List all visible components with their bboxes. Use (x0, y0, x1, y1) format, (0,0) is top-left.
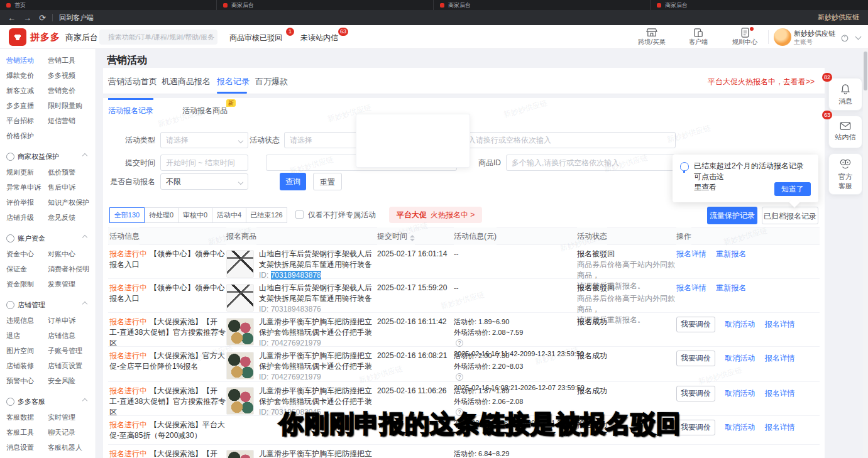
info-icon[interactable]: ? (456, 339, 463, 347)
browser-tab[interactable]: 商家后台 (434, 0, 651, 10)
sidebar-item[interactable]: 知识产权保护 (48, 198, 89, 207)
bookmark-back-to-client[interactable]: 回到客户端 (59, 13, 94, 23)
browser-tab[interactable]: 商家后台 (651, 0, 867, 10)
sidebar-item[interactable]: 客服数据 (6, 413, 48, 422)
messages-widget[interactable]: 消息 (828, 78, 862, 111)
sidebar-item[interactable]: 聊天记录 (48, 428, 89, 437)
sidebar-item[interactable]: 订单申诉 (48, 316, 89, 325)
rule-center-entry[interactable]: 规则中心 (728, 27, 761, 46)
archived-records-button[interactable]: 已归档报名记录 (762, 207, 818, 224)
sidebar-item[interactable]: 多多直播 (6, 101, 48, 111)
sidebar-item[interactable]: 安全风险 (48, 376, 89, 386)
sidebar-item[interactable]: 爆款竞价 (6, 71, 48, 80)
sidebar-item[interactable]: 发票管理 (48, 280, 89, 289)
page-scrollbar[interactable] (863, 49, 868, 458)
product-name[interactable]: 儿童滑步平衡车护胸车把防撞把立保护套饰熊猫玩偶卡通公仔把手装 (259, 317, 377, 338)
segment-active[interactable]: 活动中4 (212, 207, 246, 223)
adjust-price-button[interactable]: 我要调价 (676, 351, 715, 366)
info-icon[interactable]: ? (456, 408, 463, 416)
subtab-activity-goods[interactable]: 活动报名商品 (182, 106, 228, 116)
tab-registration-records[interactable]: 报名记录 (217, 76, 250, 87)
adjust-price-button[interactable]: 我要调价 (676, 420, 715, 435)
sidebar-item[interactable]: 资金中心 (6, 249, 48, 259)
adjust-price-button[interactable]: 我要调价 (676, 317, 715, 332)
query-button[interactable]: 查询 (280, 173, 306, 190)
segment-all[interactable]: 全部130 (109, 207, 145, 223)
segment-ended[interactable]: 已结束126 (246, 207, 287, 223)
sidebar-item[interactable]: 营销工具 (48, 56, 89, 65)
official-service-widget[interactable]: 官方 客服 (828, 153, 862, 195)
sidebar-item[interactable]: 子账号管理 (48, 346, 89, 356)
logout-power-icon[interactable] (840, 33, 849, 42)
sidebar-item[interactable]: 店铺信息 (48, 331, 89, 341)
sidebar-item[interactable]: 对账中心 (48, 249, 89, 259)
product-name[interactable]: 儿童滑步平衡车护胸车把防撞把立保护套饰熊猫玩偶卡通公仔把手装 (259, 351, 377, 372)
client-app-entry[interactable]: 客户端 (682, 27, 715, 46)
submit-time-range-input[interactable]: 开始时间 ~ 结束时间 (160, 155, 248, 171)
sidebar-item[interactable]: 营销活动 (6, 56, 48, 65)
reset-button[interactable]: 重置 (313, 173, 342, 190)
browser-profile-label[interactable]: 新妙妙供应链 (818, 13, 859, 22)
operation-link[interactable]: 报名详情 (765, 354, 795, 363)
segment-pending[interactable]: 待处理0 (144, 207, 179, 223)
tab-million-bestsellers[interactable]: 百万爆款 (255, 76, 288, 87)
sidebar-item[interactable]: 预警中心 (6, 376, 48, 386)
sidebar-item[interactable]: 退店 (6, 331, 48, 341)
sidebar-item[interactable]: 实时管理 (48, 413, 89, 422)
audit-rejected-link[interactable]: 商品审核已驳回 (229, 33, 282, 43)
segment-reviewing[interactable]: 审核中0 (178, 207, 212, 223)
sidebar-item[interactable]: 店铺装修 (6, 361, 48, 371)
open-dropdown-panel[interactable] (356, 114, 470, 168)
operation-link[interactable]: 报名详情 (765, 320, 795, 329)
sidebar-item[interactable]: 违规信息 (6, 316, 48, 325)
product-name[interactable]: 山地自行车后货架钢行李架载人后支架快拆尾架后车筐通用骑行装备 (259, 249, 377, 270)
tab-marketing-home[interactable]: 营销活动首页 (108, 76, 157, 87)
unread-mail-link[interactable]: 未读站内信 (300, 33, 338, 43)
operation-link[interactable]: 重新报名 (716, 249, 746, 258)
operation-link[interactable]: 取消活动 (725, 389, 755, 398)
exclusive-filter-checkbox[interactable] (295, 210, 304, 219)
operation-link[interactable]: 报名详情 (676, 249, 706, 258)
product-name[interactable]: 儿童滑步平衡车护胸车把防撞把立保护套饰熊猫玩偶卡通公仔把手装 (259, 449, 377, 458)
sidebar-item[interactable]: 售后申诉 (48, 183, 89, 192)
product-thumbnail[interactable] (226, 352, 254, 379)
site-mail-widget[interactable]: 站内信 (828, 116, 862, 148)
sidebar-item[interactable]: 低价预警 (48, 168, 89, 177)
reload-icon[interactable]: ⟳ (39, 13, 46, 23)
promo-campaign-link[interactable]: 平台大促火热报名中，去看看>> (708, 77, 815, 87)
sidebar-item[interactable]: 异常单申诉 (6, 183, 48, 192)
global-search-input[interactable]: 搜索功能/订单/课程/规则/帮助/服务 (99, 30, 217, 45)
back-icon[interactable]: ← (8, 13, 16, 23)
adjust-price-button[interactable]: 我要调价 (676, 386, 715, 401)
activity-id-input[interactable]: 多个输入请换行或空格依次输入 (440, 132, 676, 148)
sidebar-item[interactable]: 客服机器人 (48, 443, 89, 452)
info-icon[interactable]: ? (456, 373, 463, 381)
sidebar-section-header[interactable]: 多多客服 (6, 393, 96, 410)
product-thumbnail[interactable] (226, 284, 254, 312)
sidebar-item[interactable]: 意见反馈 (48, 213, 89, 222)
sidebar-item[interactable]: 客服工具 (6, 428, 48, 437)
sort-icon[interactable] (410, 232, 415, 239)
operation-link[interactable]: 报名详情 (765, 423, 795, 432)
product-name[interactable]: 山地自行车后货架钢行李架载人后支架快拆尾架后车筐通用骑行装备 (259, 283, 377, 304)
sidebar-item[interactable]: 价格保护 (6, 131, 48, 141)
big-promo-pill[interactable]: 平台大促火热报名中 > (389, 207, 482, 223)
sidebar-item[interactable]: 消费者补偿明细 (48, 264, 89, 274)
sidebar-section-header[interactable]: 账户资金 (6, 230, 96, 246)
sidebar-item[interactable]: 店铺升级 (6, 213, 48, 222)
sidebar-item[interactable]: 评价举报 (6, 198, 48, 207)
product-thumbnail[interactable] (226, 250, 254, 278)
sidebar-item[interactable]: 图片空间 (6, 346, 48, 356)
operation-link[interactable]: 取消活动 (725, 354, 755, 363)
sidebar-item[interactable]: 多多视频 (48, 71, 89, 80)
sidebar-item[interactable]: 规则更新 (6, 168, 48, 177)
sidebar-item[interactable]: 资金限制 (6, 280, 48, 289)
operation-link[interactable]: 报名详情 (676, 283, 706, 292)
product-thumbnail[interactable] (226, 318, 254, 346)
sidebar-item[interactable]: 新客立减 (6, 86, 48, 95)
sidebar-item[interactable]: 营销竞价 (48, 86, 89, 95)
sidebar-item[interactable]: 短信营销 (48, 116, 89, 126)
auto-register-select[interactable]: 不限 (160, 173, 248, 190)
product-thumbnail[interactable] (226, 387, 254, 415)
forward-icon[interactable]: → (23, 13, 31, 23)
